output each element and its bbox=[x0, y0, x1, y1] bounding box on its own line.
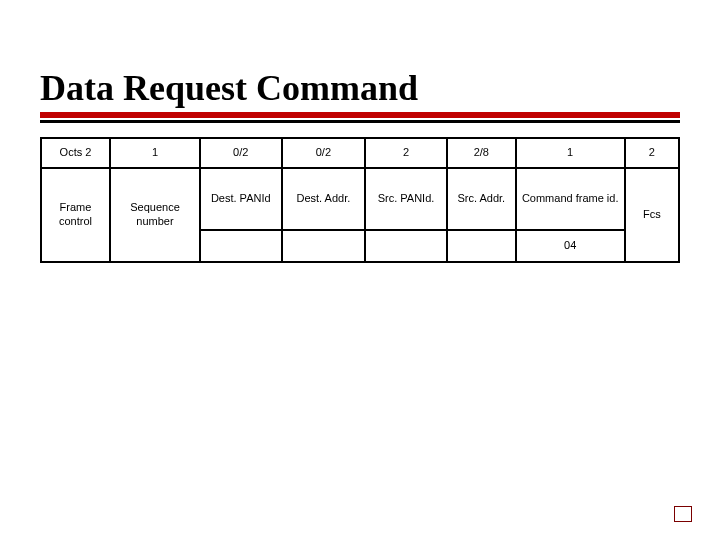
cell-extra-6: 04 bbox=[516, 230, 625, 262]
slide: Data Request Command Octs 2 1 0/2 0/2 2 … bbox=[0, 0, 720, 540]
cell-size-5: 2/8 bbox=[447, 138, 516, 168]
cell-size-1: 1 bbox=[110, 138, 200, 168]
cell-label-fcs: Fcs bbox=[625, 168, 679, 262]
frame-format-table: Octs 2 1 0/2 0/2 2 2/8 1 2 Frame control… bbox=[40, 137, 680, 263]
title-rule-accent bbox=[40, 112, 680, 118]
cell-extra-2 bbox=[200, 230, 282, 262]
frame-table-wrap: Octs 2 1 0/2 0/2 2 2/8 1 2 Frame control… bbox=[40, 137, 680, 263]
footer-box-icon bbox=[674, 506, 692, 522]
cell-size-7: 2 bbox=[625, 138, 679, 168]
cell-label-dest-panid: Dest. PANId bbox=[200, 168, 282, 230]
table-row-sizes: Octs 2 1 0/2 0/2 2 2/8 1 2 bbox=[41, 138, 679, 168]
page-title: Data Request Command bbox=[40, 70, 680, 110]
cell-extra-4 bbox=[365, 230, 447, 262]
cell-label-sequence-number: Sequence number bbox=[110, 168, 200, 262]
cell-label-command-frame-id: Command frame id. bbox=[516, 168, 625, 230]
cell-extra-5 bbox=[447, 230, 516, 262]
cell-size-3: 0/2 bbox=[282, 138, 366, 168]
cell-label-dest-addr: Dest. Addr. bbox=[282, 168, 366, 230]
cell-size-4: 2 bbox=[365, 138, 447, 168]
cell-extra-3 bbox=[282, 230, 366, 262]
table-row-labels: Frame control Sequence number Dest. PANI… bbox=[41, 168, 679, 230]
cell-label-frame-control: Frame control bbox=[41, 168, 110, 262]
cell-size-2: 0/2 bbox=[200, 138, 282, 168]
title-block: Data Request Command bbox=[40, 70, 680, 123]
cell-label-src-addr: Src. Addr. bbox=[447, 168, 516, 230]
cell-size-6: 1 bbox=[516, 138, 625, 168]
title-rule bbox=[40, 112, 680, 123]
cell-size-0: Octs 2 bbox=[41, 138, 110, 168]
cell-label-src-panid: Src. PANId. bbox=[365, 168, 447, 230]
title-rule-base bbox=[40, 120, 680, 123]
